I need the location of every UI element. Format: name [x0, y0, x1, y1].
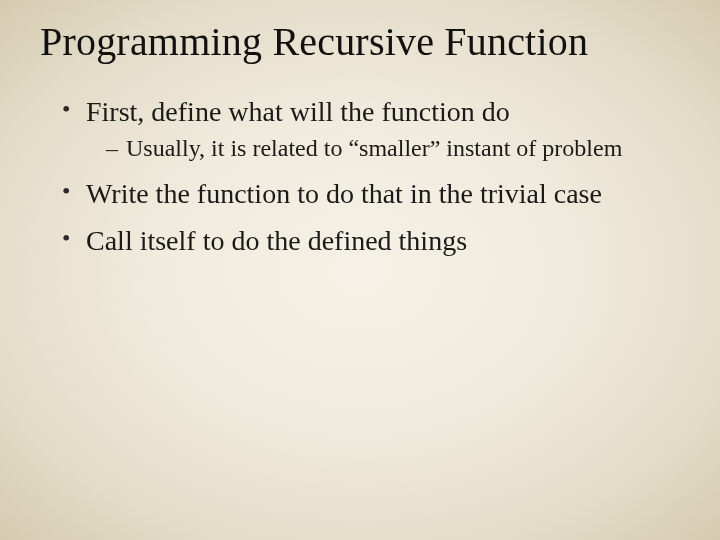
list-item: Write the function to do that in the tri… — [62, 177, 680, 210]
slide-title: Programming Recursive Function — [40, 18, 680, 65]
bullet-list: First, define what will the function do … — [62, 95, 680, 257]
bullet-text: First, define what will the function do — [86, 96, 510, 127]
slide: Programming Recursive Function First, de… — [0, 0, 720, 540]
bullet-text: Write the function to do that in the tri… — [86, 178, 602, 209]
list-item: Call itself to do the defined things — [62, 224, 680, 257]
bullet-text: Call itself to do the defined things — [86, 225, 467, 256]
list-item: Usually, it is related to “smaller” inst… — [106, 134, 680, 163]
sub-list: Usually, it is related to “smaller” inst… — [106, 134, 680, 163]
list-item: First, define what will the function do … — [62, 95, 680, 163]
bullet-text: Usually, it is related to “smaller” inst… — [126, 135, 622, 161]
